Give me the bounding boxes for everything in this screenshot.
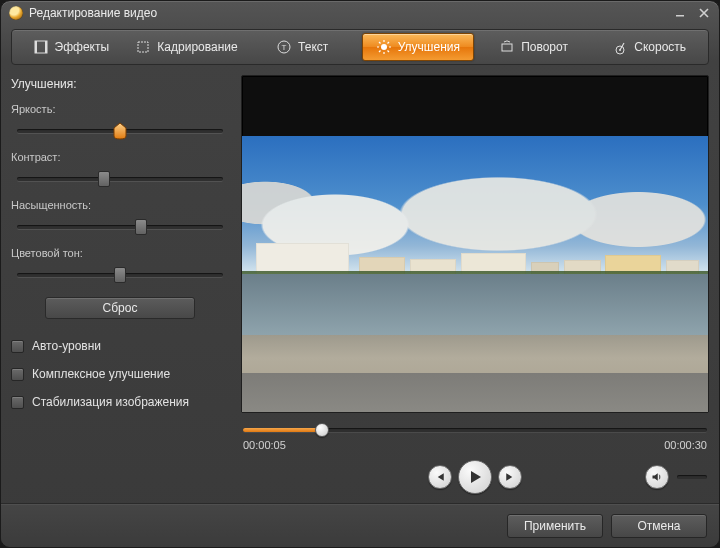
tab-speed-label: Скорость: [634, 40, 686, 54]
app-icon: [9, 6, 23, 20]
editor-body: Улучшения: Яркость: Контраст: Насыщеннос…: [1, 65, 719, 503]
hue-thumb[interactable]: [114, 267, 126, 283]
volume-control: [645, 465, 707, 489]
tab-crop-label: Кадрирование: [157, 40, 237, 54]
volume-button[interactable]: [645, 465, 669, 489]
play-button[interactable]: [458, 460, 492, 494]
current-time: 00:00:05: [243, 439, 286, 451]
next-button[interactable]: [498, 465, 522, 489]
cancel-button[interactable]: Отмена: [611, 514, 707, 538]
titlebar: Редактирование видео: [1, 1, 719, 25]
saturation-label: Насыщенность:: [11, 199, 229, 211]
apply-button[interactable]: Применить: [507, 514, 603, 538]
tab-effects[interactable]: Эффекты: [15, 33, 127, 61]
total-time: 00:00:30: [664, 439, 707, 451]
close-button[interactable]: [695, 6, 713, 20]
complex-enhance-checkbox[interactable]: [11, 368, 24, 381]
tab-enhance[interactable]: Улучшения: [362, 33, 474, 61]
enhance-panel: Улучшения: Яркость: Контраст: Насыщеннос…: [11, 75, 229, 497]
tab-rotate-label: Поворот: [521, 40, 568, 54]
dialog-footer: Применить Отмена: [1, 503, 719, 547]
tab-enhance-label: Улучшения: [398, 40, 460, 54]
tab-crop[interactable]: Кадрирование: [131, 33, 243, 61]
preview-area: 00:00:05 00:00:30: [241, 75, 709, 497]
svg-rect-3: [45, 41, 47, 53]
hue-slider[interactable]: [11, 265, 229, 285]
reset-button[interactable]: Сброс: [45, 297, 195, 319]
svg-line-14: [379, 51, 381, 53]
video-preview: [241, 75, 709, 413]
tabs-toolbar: Эффекты Кадрирование T Текст Улучшения П…: [11, 29, 709, 65]
svg-point-18: [619, 49, 621, 51]
auto-levels-label: Авто-уровни: [32, 339, 101, 353]
rotate-icon: [499, 39, 515, 55]
timeline[interactable]: [241, 423, 709, 437]
speed-icon: [612, 39, 628, 55]
complex-enhance-label: Комплексное улучшение: [32, 367, 170, 381]
minimize-button[interactable]: [671, 6, 689, 20]
player-controls: [241, 457, 709, 497]
tab-text-label: Текст: [298, 40, 328, 54]
svg-rect-16: [502, 44, 512, 51]
tab-effects-label: Эффекты: [55, 40, 110, 54]
stabilize-label: Стабилизация изображения: [32, 395, 189, 409]
timeline-fill: [243, 428, 322, 432]
brightness-slider[interactable]: [11, 121, 229, 141]
stabilize-checkbox[interactable]: [11, 396, 24, 409]
svg-rect-0: [676, 15, 684, 17]
contrast-thumb[interactable]: [98, 171, 110, 187]
brightness-label: Яркость:: [11, 103, 229, 115]
time-row: 00:00:05 00:00:30: [241, 439, 709, 451]
video-edit-window: Редактирование видео Эффекты Кадрировани…: [0, 0, 720, 548]
tab-rotate[interactable]: Поворот: [478, 33, 590, 61]
window-title: Редактирование видео: [29, 6, 665, 20]
auto-levels-checkbox[interactable]: [11, 340, 24, 353]
video-content: [242, 136, 708, 412]
saturation-thumb[interactable]: [135, 219, 147, 235]
contrast-slider[interactable]: [11, 169, 229, 189]
volume-slider[interactable]: [677, 475, 707, 479]
svg-rect-2: [35, 41, 37, 53]
sun-icon: [376, 39, 392, 55]
svg-line-13: [387, 51, 389, 53]
timeline-thumb[interactable]: [315, 423, 329, 437]
crop-icon: [135, 39, 151, 55]
svg-rect-4: [138, 42, 148, 52]
panel-heading: Улучшения:: [11, 77, 229, 91]
svg-line-15: [387, 42, 389, 44]
text-icon: T: [276, 39, 292, 55]
tab-text[interactable]: T Текст: [246, 33, 358, 61]
svg-text:T: T: [282, 43, 287, 52]
svg-line-12: [379, 42, 381, 44]
hue-label: Цветовой тон:: [11, 247, 229, 259]
contrast-label: Контраст:: [11, 151, 229, 163]
saturation-slider[interactable]: [11, 217, 229, 237]
tab-speed[interactable]: Скорость: [593, 33, 705, 61]
brightness-thumb[interactable]: [114, 123, 126, 139]
svg-point-7: [381, 44, 387, 50]
prev-button[interactable]: [428, 465, 452, 489]
film-icon: [33, 39, 49, 55]
